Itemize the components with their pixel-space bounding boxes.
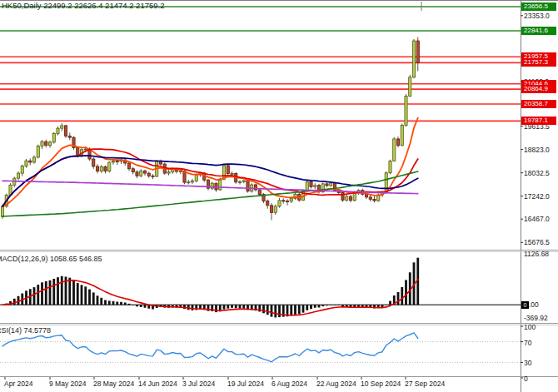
candle-down: [147, 173, 150, 176]
candle-down: [365, 194, 367, 197]
date-axis-label: 10 Sep 2024: [361, 380, 401, 388]
candle-down: [132, 169, 134, 172]
date-axis-label: 28 May 2024: [93, 380, 134, 388]
chart-canvas[interactable]: [0, 0, 558, 392]
date-axis-label: 14 Jun 2024: [138, 380, 177, 388]
macd-histogram-bar: [215, 305, 217, 312]
date-axis-label: 27 Sep 2024: [405, 380, 445, 388]
macd-histogram-bar: [88, 290, 91, 305]
candle-up: [412, 41, 415, 77]
macd-histogram-bar: [132, 305, 134, 305]
macd-histogram-bar: [97, 295, 99, 305]
date-axis-label: 9 May 2024: [49, 380, 86, 388]
macd-histogram-bar: [112, 301, 115, 305]
candle-down: [116, 161, 118, 162]
candle-up: [401, 126, 403, 146]
macd-histogram-bar: [227, 305, 229, 308]
macd-histogram-bar: [49, 280, 52, 305]
macd-histogram-bar: [136, 305, 138, 306]
candle-up: [278, 201, 281, 206]
macd-histogram-bar: [321, 305, 324, 306]
candle-up: [393, 139, 396, 161]
macd-indicator-label: MACD(12,26,9) 1058.65 546.85: [0, 255, 102, 263]
candle-up: [1, 206, 3, 216]
support-price-badge: 19787.1: [521, 117, 556, 125]
candle-up: [25, 161, 27, 166]
date-axis-label: 3 Jul 2024: [182, 380, 215, 388]
macd-histogram-bar: [290, 305, 292, 315]
candle-up: [167, 172, 170, 173]
macd-histogram-bar: [144, 305, 147, 308]
macd-histogram-bar: [128, 304, 131, 305]
price-axis-label: 17242.0: [524, 192, 550, 201]
macd-zero-badge: 0.00: [521, 300, 539, 309]
candle-down: [286, 201, 288, 201]
macd-histogram-bar: [385, 305, 387, 305]
candle-up: [140, 171, 142, 176]
candle-up: [191, 181, 193, 181]
candle-up: [409, 77, 411, 97]
candle-up: [242, 181, 245, 181]
macd-histogram-bar: [192, 305, 194, 310]
support-price-badge: 20864.9: [521, 85, 556, 93]
macd-histogram-bar: [61, 276, 63, 305]
candle-down: [227, 166, 229, 174]
macd-histogram-bar: [401, 287, 403, 305]
macd-histogram-bar: [278, 305, 281, 317]
macd-histogram-bar: [57, 277, 59, 305]
candle-up: [17, 173, 19, 178]
macd-histogram-bar: [334, 305, 336, 305]
macd-zero-text: .00: [529, 300, 539, 309]
ma-trend-line: [2, 181, 418, 193]
candle-down: [104, 166, 107, 171]
candle-down: [247, 181, 249, 191]
candle-down: [282, 201, 285, 201]
candle-down: [267, 201, 269, 205]
macd-histogram-bar: [341, 305, 344, 306]
macd-histogram-bar: [389, 301, 391, 305]
candle-up: [84, 149, 87, 150]
date-axis-label: 19 Jul 2024: [227, 380, 264, 388]
candle-up: [389, 161, 391, 173]
macd-histogram-bar: [104, 300, 107, 305]
candle-down: [77, 148, 79, 156]
candle-down: [396, 139, 399, 146]
rsi-axis-label: 30: [524, 359, 531, 367]
candle-down: [136, 172, 138, 176]
candle-up: [21, 166, 23, 174]
macd-histogram-bar: [337, 305, 340, 305]
rsi-axis-label: 100: [524, 323, 536, 331]
macd-histogram-bar: [262, 305, 265, 313]
macd-histogram-bar: [116, 302, 118, 305]
candle-down: [127, 163, 130, 169]
macd-max-label: 1126.68: [524, 250, 549, 258]
macd-histogram-bar: [45, 281, 47, 305]
candle-down: [68, 136, 71, 137]
resistance-price-badge: 23656.5: [521, 2, 556, 11]
macd-histogram-bar: [239, 305, 242, 309]
candle-up: [330, 183, 332, 186]
macd-histogram-bar: [72, 280, 75, 305]
macd-histogram-bar: [294, 305, 296, 315]
candle-up: [37, 146, 39, 156]
macd-histogram-bar: [81, 285, 83, 305]
price-axis-label: 18823.0: [524, 146, 550, 154]
candle-down: [29, 161, 32, 162]
price-axis-label: 15676.5: [524, 238, 550, 246]
macd-histogram-bar: [330, 305, 332, 305]
candle-down: [373, 199, 376, 201]
macd-histogram-bar: [120, 302, 122, 305]
candle-up: [179, 171, 182, 172]
candle-up: [346, 196, 348, 200]
support-price-badge: 21757.3: [521, 58, 556, 67]
macd-histogram-bar: [92, 292, 95, 305]
rsi-line: [2, 333, 418, 362]
macd-histogram-bar: [405, 280, 407, 305]
candle-down: [64, 126, 67, 136]
rsi-indicator-label: RSI(14) 74.5778: [0, 326, 51, 335]
candle-down: [92, 159, 95, 166]
macd-histogram-bar: [306, 305, 308, 310]
candle-down: [152, 176, 154, 176]
rsi-axis-label: 70: [524, 339, 531, 347]
candle-up: [32, 157, 35, 162]
